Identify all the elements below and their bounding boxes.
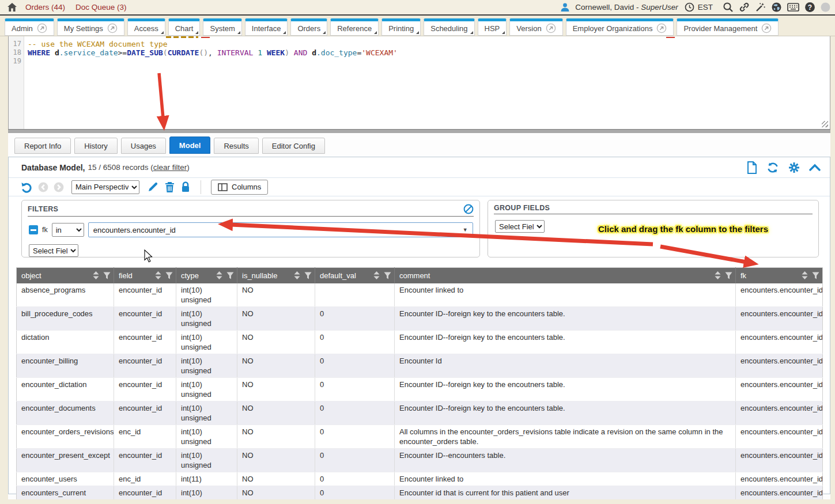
- column-header-ctype[interactable]: ctype: [176, 268, 237, 283]
- open-external-icon[interactable]: [761, 23, 772, 33]
- sort-icon[interactable]: [802, 271, 808, 279]
- nav-tab-version[interactable]: Version: [509, 18, 562, 36]
- nav-tab-interface[interactable]: Interface: [245, 18, 288, 36]
- filter-funnel-icon[interactable]: [103, 272, 111, 279]
- link-icon[interactable]: [739, 2, 750, 13]
- sort-icon[interactable]: [373, 271, 380, 279]
- undo-icon[interactable]: [20, 181, 33, 194]
- editor-code[interactable]: -- use the WCEXAM document typeWHERE d.s…: [24, 36, 830, 129]
- clear-filter-link[interactable]: clear filter: [153, 163, 187, 172]
- result-tab-usages[interactable]: Usages: [121, 138, 166, 154]
- column-header-default-val[interactable]: default_val: [315, 268, 395, 283]
- cell-is-nullable: NO: [237, 425, 315, 448]
- table-row[interactable]: encounter_dictationencounter_idint(10) u…: [17, 377, 823, 401]
- nav-tab-orders[interactable]: Orders: [290, 18, 327, 36]
- cell-comment: Encounter ID--foreign key to the encount…: [395, 330, 736, 354]
- filter-funnel-icon[interactable]: [165, 272, 173, 279]
- sort-icon[interactable]: [715, 271, 721, 279]
- open-external-icon[interactable]: [37, 23, 47, 33]
- nav-tab-label: Scheduling: [430, 24, 467, 33]
- lock-icon[interactable]: [180, 181, 191, 193]
- filter-funnel-icon[interactable]: [725, 272, 732, 279]
- wand-icon[interactable]: [755, 2, 766, 13]
- sort-icon[interactable]: [155, 271, 161, 279]
- nav-tab-reference[interactable]: Reference: [330, 18, 379, 36]
- edit-pencil-icon[interactable]: [147, 181, 159, 193]
- result-tab-results[interactable]: Results: [214, 138, 258, 154]
- table-row[interactable]: dictationencounter_idint(10) unsignedNO0…: [17, 330, 823, 354]
- open-external-icon[interactable]: [107, 23, 118, 33]
- nav-tab-employer-organizations[interactable]: Employer Organizations: [566, 18, 674, 36]
- table-row[interactable]: absence_programsencounter_idint(10) unsi…: [17, 283, 823, 307]
- model-table: objectfieldctypeis_nullabledefault_valco…: [16, 267, 823, 504]
- delete-trash-icon[interactable]: [164, 181, 175, 193]
- group-fields-select[interactable]: Select Field: [495, 220, 545, 233]
- column-header-object[interactable]: object: [17, 268, 114, 283]
- history-forward-icon[interactable]: [54, 182, 64, 192]
- filter-operator-select[interactable]: in: [52, 223, 84, 237]
- nav-tab-printing[interactable]: Printing: [381, 18, 421, 36]
- table-row[interactable]: bill_procedure_codesencounter_idint(10) …: [17, 306, 823, 330]
- table-row[interactable]: encounter_orders_revisionsenc_idint(10) …: [17, 425, 823, 448]
- column-header-is-nullable[interactable]: is_nullable: [237, 268, 315, 283]
- filter-funnel-icon[interactable]: [812, 272, 819, 279]
- columns-button[interactable]: Columns: [211, 180, 268, 195]
- result-tab-history[interactable]: History: [74, 138, 117, 154]
- code-token: WEEK: [267, 48, 285, 57]
- filter-funnel-icon[interactable]: [384, 272, 391, 279]
- filter-funnel-icon[interactable]: [226, 272, 234, 279]
- column-header-comment[interactable]: comment: [395, 268, 736, 283]
- perspective-select[interactable]: Main Perspective: [71, 180, 139, 194]
- home-icon[interactable]: [7, 2, 17, 12]
- column-header-fk[interactable]: fk: [736, 268, 823, 283]
- result-tab-model[interactable]: Model: [169, 137, 211, 154]
- sort-icon[interactable]: [216, 271, 222, 279]
- combobox-dropdown-icon[interactable]: ▼: [458, 227, 473, 233]
- menu-item-orders-44[interactable]: Orders (44): [25, 3, 65, 12]
- editor-resize-grip[interactable]: [822, 121, 828, 127]
- nav-tab-system[interactable]: System: [203, 18, 241, 36]
- table-row[interactable]: encounter_usersenc_idint(11)NO0Encounter…: [17, 472, 823, 486]
- menu-item-doc-queue-3[interactable]: Doc Queue (3): [75, 3, 127, 12]
- collapse-icon[interactable]: [809, 164, 821, 172]
- open-external-icon[interactable]: [546, 23, 556, 33]
- globe-icon[interactable]: [771, 2, 782, 13]
- filter-value-combobox[interactable]: ▼: [88, 222, 473, 237]
- table-row[interactable]: encounter_billingencounter_idint(10) uns…: [17, 354, 823, 377]
- open-external-icon[interactable]: [656, 23, 667, 33]
- result-tab-report-info[interactable]: Report Info: [14, 138, 71, 154]
- history-back-icon[interactable]: [38, 182, 48, 192]
- new-document-icon[interactable]: [746, 161, 758, 174]
- gear-icon[interactable]: [788, 161, 800, 174]
- cell-object: bill_procedure_codes: [17, 306, 114, 330]
- nav-tab-scheduling[interactable]: Scheduling: [424, 18, 474, 36]
- nav-tabs: AdminMy SettingsAccessChartSystemInterfa…: [0, 17, 835, 36]
- nav-tab-chart[interactable]: Chart: [168, 18, 201, 36]
- nav-tab-access[interactable]: Access: [127, 18, 165, 36]
- nav-tab-admin[interactable]: Admin: [5, 18, 54, 36]
- filter-value-input[interactable]: [89, 226, 458, 234]
- topbar-menu: Orders (44)Doc Queue (3): [25, 3, 127, 12]
- cell-default-val: [315, 283, 395, 307]
- column-header-field[interactable]: field: [114, 268, 176, 283]
- help-icon[interactable]: ?: [804, 2, 815, 13]
- bottom-strip: [0, 499, 835, 504]
- table-row[interactable]: encounter_present_exceptencounter_idint(…: [17, 448, 823, 472]
- keyboard-icon[interactable]: [787, 3, 799, 12]
- remove-filter-button[interactable]: [29, 225, 38, 234]
- search-icon[interactable]: [723, 2, 734, 13]
- table-row[interactable]: encounter_documentsencounter_idint(10) u…: [17, 401, 823, 425]
- refresh-icon[interactable]: [766, 161, 779, 174]
- nav-tab-provider-management[interactable]: Provider Management: [677, 18, 779, 36]
- filters-add-field-select[interactable]: Select Field: [29, 244, 78, 257]
- clock-icon[interactable]: [685, 2, 694, 12]
- sql-editor[interactable]: 171819 -- use the WCEXAM document typeWH…: [8, 36, 830, 129]
- result-tab-editor-config[interactable]: Editor Config: [262, 138, 325, 154]
- nav-tab-hsp[interactable]: HSP: [478, 18, 507, 36]
- sort-icon[interactable]: [294, 271, 300, 279]
- clear-filters-icon[interactable]: [463, 204, 474, 214]
- sort-icon[interactable]: [93, 271, 99, 279]
- filter-funnel-icon[interactable]: [304, 272, 312, 279]
- cell-field: encounter_id: [114, 377, 176, 401]
- nav-tab-my-settings[interactable]: My Settings: [57, 18, 124, 36]
